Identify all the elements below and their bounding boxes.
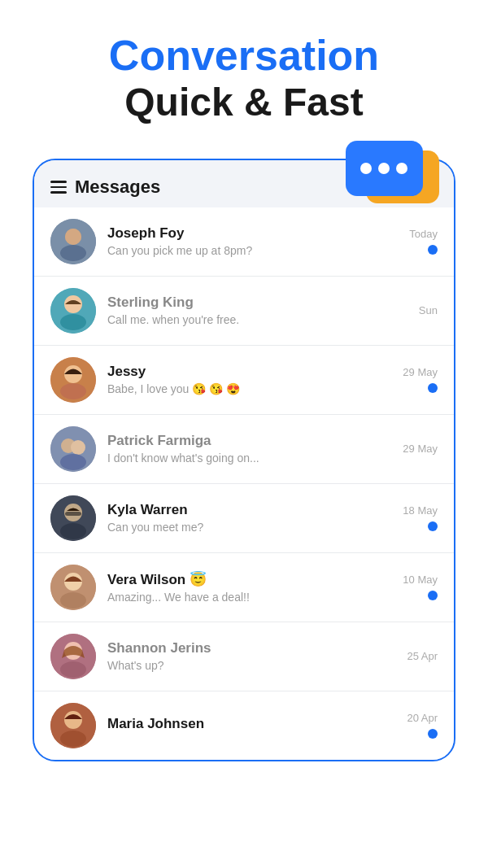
header-section: Conversation Quick & Fast bbox=[0, 0, 488, 142]
conversation-list: Joseph Foy Can you pick me up at 8pm? To… bbox=[34, 207, 454, 760]
conv-time: Sun bbox=[419, 304, 438, 316]
conv-meta: 20 Apr bbox=[407, 712, 438, 739]
svg-point-18 bbox=[60, 454, 86, 470]
conv-time: 18 May bbox=[403, 504, 438, 517]
svg-point-31 bbox=[60, 731, 86, 747]
messages-header-title: Messages bbox=[75, 177, 160, 198]
conv-name: Patrick Farmiga bbox=[107, 433, 391, 449]
conv-time: 20 Apr bbox=[407, 712, 438, 724]
conv-meta: 25 Apr bbox=[407, 650, 438, 662]
conv-message: Amazing... We have a deal!! bbox=[107, 591, 391, 604]
avatar bbox=[50, 219, 96, 264]
avatar bbox=[50, 495, 96, 541]
avatar bbox=[50, 703, 96, 748]
conv-content: Jessy Babe, I love you 😘 😘 😍 bbox=[107, 364, 391, 395]
list-item[interactable]: Maria Johnsen 20 Apr bbox=[34, 691, 454, 760]
unread-indicator bbox=[428, 521, 438, 531]
conv-name: Joseph Foy bbox=[107, 225, 398, 242]
list-item[interactable]: Sterling King Call me. when you're free.… bbox=[34, 277, 454, 346]
svg-point-28 bbox=[60, 661, 86, 678]
svg-point-25 bbox=[60, 592, 86, 608]
conv-time: 25 Apr bbox=[407, 650, 438, 662]
svg-point-11 bbox=[60, 314, 86, 330]
conv-meta: Today bbox=[409, 228, 438, 255]
conv-message: Call me. when you're free. bbox=[107, 313, 407, 326]
list-item[interactable]: Joseph Foy Can you pick me up at 8pm? To… bbox=[34, 207, 454, 277]
conv-time: Today bbox=[409, 228, 438, 240]
app-container: Messages Joseph Foy Can you pick me up a… bbox=[33, 159, 455, 761]
svg-point-4 bbox=[396, 163, 407, 174]
conv-name: Sterling King bbox=[107, 294, 407, 311]
conv-content: Shannon Jerins What's up? bbox=[107, 640, 395, 672]
conv-message: I don't know what's going on... bbox=[107, 451, 391, 465]
conv-name: Vera Wilson 😇 bbox=[107, 571, 391, 588]
chat-bubble-icon bbox=[342, 134, 439, 207]
unread-indicator bbox=[428, 591, 438, 600]
svg-point-21 bbox=[60, 523, 86, 539]
conv-message: What's up? bbox=[107, 659, 395, 672]
conv-content: Sterling King Call me. when you're free. bbox=[107, 294, 407, 326]
conv-time: 29 May bbox=[403, 443, 438, 455]
avatar bbox=[50, 634, 96, 679]
conv-time: 10 May bbox=[403, 574, 438, 586]
conv-name: Shannon Jerins bbox=[107, 640, 395, 656]
title-conversation: Conversation bbox=[16, 33, 472, 79]
conv-meta: 29 May bbox=[403, 366, 438, 393]
conv-content: Kyla Warren Can you meet me? bbox=[107, 502, 391, 534]
svg-point-2 bbox=[360, 163, 372, 174]
unread-indicator bbox=[428, 729, 438, 739]
list-item[interactable]: Vera Wilson 😇 Amazing... We have a deal!… bbox=[34, 553, 454, 622]
conv-message: Can you meet me? bbox=[107, 521, 391, 534]
avatar bbox=[50, 357, 96, 403]
svg-point-3 bbox=[378, 163, 390, 174]
conv-meta: 18 May bbox=[403, 504, 438, 531]
phone-card: Messages Joseph Foy Can you pick me up a… bbox=[33, 159, 455, 761]
svg-point-7 bbox=[60, 245, 86, 261]
conv-content: Patrick Farmiga I don't know what's goin… bbox=[107, 433, 391, 465]
avatar bbox=[50, 426, 96, 472]
svg-point-17 bbox=[71, 440, 85, 455]
conv-name: Maria Johnsen bbox=[107, 716, 395, 732]
list-item[interactable]: Shannon Jerins What's up? 25 Apr bbox=[34, 622, 454, 691]
conv-name: Kyla Warren bbox=[107, 502, 391, 518]
conv-meta: 29 May bbox=[403, 443, 438, 455]
conv-message: Can you pick me up at 8pm? bbox=[107, 244, 398, 257]
hamburger-menu-icon[interactable] bbox=[50, 181, 67, 194]
avatar bbox=[50, 288, 96, 334]
svg-point-14 bbox=[60, 383, 86, 399]
conv-name: Jessy bbox=[107, 364, 391, 380]
conv-meta: 10 May bbox=[403, 574, 438, 600]
list-item[interactable]: Kyla Warren Can you meet me? 18 May bbox=[34, 484, 454, 553]
svg-point-30 bbox=[64, 711, 82, 729]
unread-indicator bbox=[428, 383, 438, 393]
conv-content: Maria Johnsen bbox=[107, 716, 395, 735]
conv-meta: Sun bbox=[419, 304, 438, 316]
list-item[interactable]: Jessy Babe, I love you 😘 😘 😍 29 May bbox=[34, 346, 454, 415]
conv-time: 29 May bbox=[403, 366, 438, 378]
avatar bbox=[50, 565, 96, 610]
conv-content: Joseph Foy Can you pick me up at 8pm? bbox=[107, 225, 398, 257]
list-item[interactable]: Patrick Farmiga I don't know what's goin… bbox=[34, 415, 454, 484]
title-quick: Quick & Fast bbox=[16, 79, 472, 126]
svg-rect-22 bbox=[65, 512, 81, 516]
conv-message: Babe, I love you 😘 😘 😍 bbox=[107, 382, 391, 395]
unread-indicator bbox=[428, 245, 438, 255]
conv-content: Vera Wilson 😇 Amazing... We have a deal!… bbox=[107, 571, 391, 604]
svg-point-8 bbox=[65, 229, 81, 245]
